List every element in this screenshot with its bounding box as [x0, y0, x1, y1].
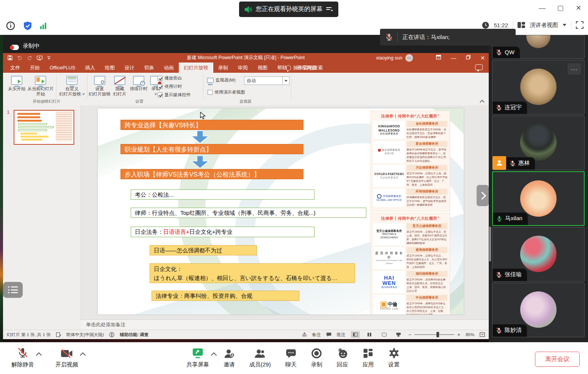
sidebar-scrollbar[interactable]: [489, 227, 491, 261]
chat-button[interactable]: 聊天: [285, 347, 297, 368]
ribbon-tab[interactable]: 绘图: [100, 63, 120, 73]
account-avatar[interactable]: XS: [405, 54, 413, 62]
from-current-slide-button[interactable]: 从当前幻灯片开始: [27, 76, 55, 97]
spellcheck-icon[interactable]: [56, 332, 61, 337]
invite-button[interactable]: 邀请: [224, 347, 235, 368]
ppt-minimize-button[interactable]: —: [451, 55, 456, 61]
participant-tile[interactable]: ··· 马xilan: [492, 171, 585, 226]
ribbon-tab[interactable]: 录制: [213, 63, 233, 73]
ppt-close-button[interactable]: ✕: [480, 55, 485, 61]
ribbon-tab-bar: 文件 开始 OfficePLUS 插入 绘图 设计 切换 动画 幻灯片放映 录制…: [3, 63, 489, 73]
annotation-panel-button[interactable]: [3, 282, 23, 298]
reactions-button[interactable]: 回应: [337, 347, 348, 368]
maximize-window-button[interactable]: ▢: [556, 4, 565, 12]
fit-slide-icon[interactable]: [480, 332, 485, 337]
divider: [513, 21, 513, 29]
share-menu-icon[interactable]: [326, 7, 333, 12]
rehearse-timings-button[interactable]: 排练计时: [129, 76, 149, 91]
start-slideshow-icon[interactable]: [37, 56, 42, 60]
comments-icon[interactable]: [475, 64, 483, 70]
ribbon-tab[interactable]: 视图: [253, 63, 272, 73]
notes-toggle[interactable]: 备注: [312, 332, 321, 338]
custom-slideshow-button[interactable]: 自定义幻灯片放映 ˅: [58, 76, 86, 97]
zoom-out-button[interactable]: −: [408, 332, 411, 338]
account-name[interactable]: xiaoying sun: [376, 55, 403, 61]
redo-icon[interactable]: [27, 56, 32, 60]
ribbon-tab[interactable]: 开始: [25, 63, 45, 73]
law-firm-desc: 金杜律师事务所成立于1993年，金杜总部设于北京，在全球有50多个分所，拥有20…: [407, 128, 447, 139]
participant-tile[interactable]: ··· 陈妙清: [492, 283, 585, 337]
language-status[interactable]: 简体中文(中国大陆): [66, 332, 104, 338]
show-media-controls-checkbox[interactable]: 显示媒体控件: [158, 92, 191, 98]
zoom-slider[interactable]: − +: [408, 332, 460, 338]
members-button[interactable]: 成员(29): [249, 347, 271, 368]
presenter-view-checkbox[interactable]: 使用演示者视图: [208, 89, 245, 95]
notes-pane[interactable]: 单击此处添加备注: [81, 319, 489, 330]
zoom-in-button[interactable]: +: [457, 332, 460, 338]
mic-options-caret[interactable]: [37, 353, 41, 357]
settings-button[interactable]: 设置: [388, 347, 400, 368]
start-video-button[interactable]: 开启视频: [55, 347, 78, 368]
participants-sidebar: ··· QW ···: [489, 35, 588, 342]
tell-me-search[interactable]: 操作说明搜索: [280, 63, 328, 73]
participant-more-button[interactable]: ···: [568, 63, 581, 75]
participant-avatar: [520, 291, 557, 328]
comments-toggle[interactable]: 批注: [337, 332, 346, 338]
slide-sorter-view-button[interactable]: [365, 331, 374, 338]
reading-view-button[interactable]: [380, 331, 389, 338]
view-mode-caret-icon[interactable]: [563, 24, 566, 26]
close-window-button[interactable]: ✕: [574, 4, 583, 12]
network-signal-icon[interactable]: [40, 22, 46, 29]
share-screen-button[interactable]: 共享屏幕: [186, 347, 209, 368]
security-shield-icon[interactable]: [23, 21, 32, 30]
zoom-track[interactable]: [414, 334, 454, 335]
slide-canvas[interactable]: 跨专业选择【兴趣VS特长】 职业规划【人生有很多转折点】 步入职场【律师VS法务…: [98, 108, 464, 315]
from-beginning-button[interactable]: 从头开始: [7, 76, 27, 91]
minimize-window-button[interactable]: —: [538, 4, 546, 12]
fullscreen-icon[interactable]: [576, 21, 583, 29]
view-mode-selector[interactable]: 演讲者视图: [530, 22, 558, 29]
ribbon-tab[interactable]: 切换: [139, 63, 159, 73]
ribbon-tab[interactable]: 审阅: [233, 63, 253, 73]
participant-tile[interactable]: ··· 惠林: [492, 116, 585, 170]
zoom-thumb[interactable]: [436, 332, 439, 337]
participant-tile[interactable]: ··· 张佳瑜: [492, 227, 585, 282]
law-firm-name: 竞天公诚律师事务所: [407, 223, 447, 229]
ribbon-tab[interactable]: 文件: [5, 63, 25, 73]
share-options-caret[interactable]: [212, 353, 216, 357]
ribbon-tab[interactable]: 动画: [159, 63, 179, 73]
mouse-cursor: [200, 112, 206, 120]
meeting-info-icon[interactable]: [6, 21, 15, 30]
unmute-button[interactable]: 解除静音: [11, 347, 34, 368]
zoom-percent[interactable]: 85%: [466, 332, 474, 337]
ribbon-tab[interactable]: 设计: [120, 63, 139, 73]
record-button[interactable]: 录制: [311, 347, 322, 368]
set-up-slideshow-button[interactable]: 设置幻灯片放映: [89, 76, 111, 97]
monitor-dropdown[interactable]: 自动: [244, 77, 289, 85]
dropdown-caret-icon[interactable]: [282, 77, 289, 85]
hide-slide-button[interactable]: 隐藏幻灯片: [111, 76, 128, 97]
slide-counter: 幻灯片 第 1 张, 共 1 张: [7, 332, 51, 338]
sidebar-collapse-handle[interactable]: [477, 185, 489, 206]
ribbon-tab[interactable]: 幻灯片放映: [179, 63, 213, 73]
use-timings-checkbox[interactable]: 使用计时: [158, 84, 182, 89]
customize-qat-caret-icon[interactable]: [47, 56, 51, 60]
law-firm-entry: KING&WOODMALLESONS金杜律师事务所 金杜律师事务所 金杜律师事务…: [373, 121, 447, 139]
ribbon-tab[interactable]: 插入: [80, 63, 100, 73]
ribbon-display-options-icon[interactable]: [436, 55, 441, 59]
mic-status-icon: [510, 160, 516, 166]
save-icon[interactable]: [8, 55, 13, 60]
collapse-ribbon-icon[interactable]: [480, 100, 484, 103]
undo-icon[interactable]: [17, 56, 22, 60]
participant-tile[interactable]: ··· 连冠宇: [492, 60, 585, 114]
ppt-restore-button[interactable]: [466, 55, 471, 59]
video-options-caret[interactable]: [81, 353, 85, 357]
play-narration-checkbox[interactable]: 播放旁白: [158, 75, 182, 81]
leave-meeting-button[interactable]: 离开会议: [535, 352, 580, 367]
normal-view-button[interactable]: [351, 331, 360, 338]
ribbon-tab[interactable]: OfficePLUS: [45, 63, 80, 73]
slideshow-view-button[interactable]: [394, 331, 403, 338]
apps-button[interactable]: 应用: [363, 347, 374, 368]
slide-thumbnail[interactable]: [14, 110, 74, 145]
accessibility-status[interactable]: 辅助功能: 调查: [120, 332, 149, 338]
